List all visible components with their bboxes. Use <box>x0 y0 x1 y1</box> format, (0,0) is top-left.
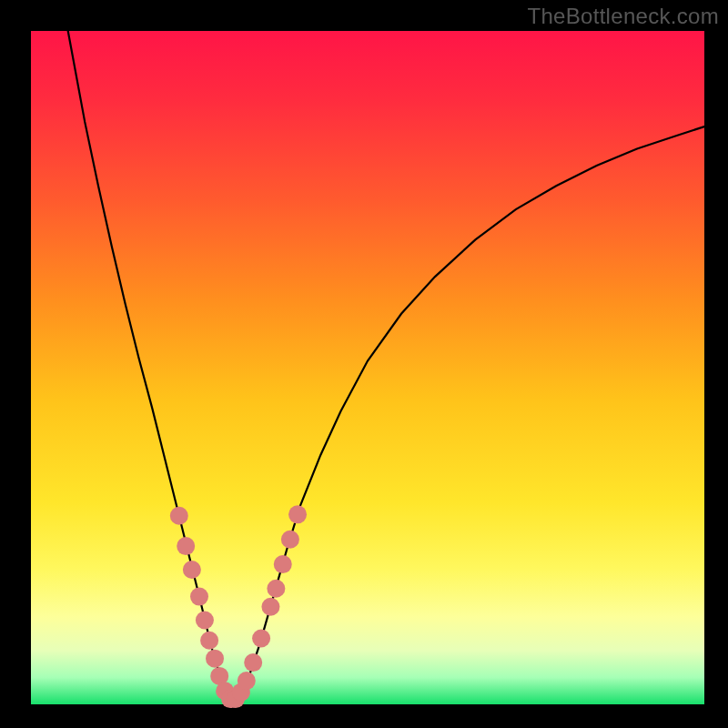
curve-marker <box>177 537 195 555</box>
curve-marker <box>170 507 188 525</box>
curve-marker <box>183 561 201 579</box>
bottleneck-chart <box>0 0 728 728</box>
curve-marker <box>206 650 224 668</box>
curve-marker <box>261 598 279 616</box>
curve-marker <box>196 612 214 630</box>
curve-marker <box>281 531 299 549</box>
curve-marker <box>200 632 218 650</box>
curve-marker <box>238 672 256 690</box>
curve-marker <box>244 653 262 672</box>
curve-marker <box>274 555 292 573</box>
curve-marker <box>288 505 307 523</box>
plot-background <box>31 31 704 704</box>
curve-marker <box>190 588 208 606</box>
curve-marker <box>267 580 285 598</box>
chart-frame: TheBottleneck.com <box>0 0 728 728</box>
curve-marker <box>252 629 270 647</box>
